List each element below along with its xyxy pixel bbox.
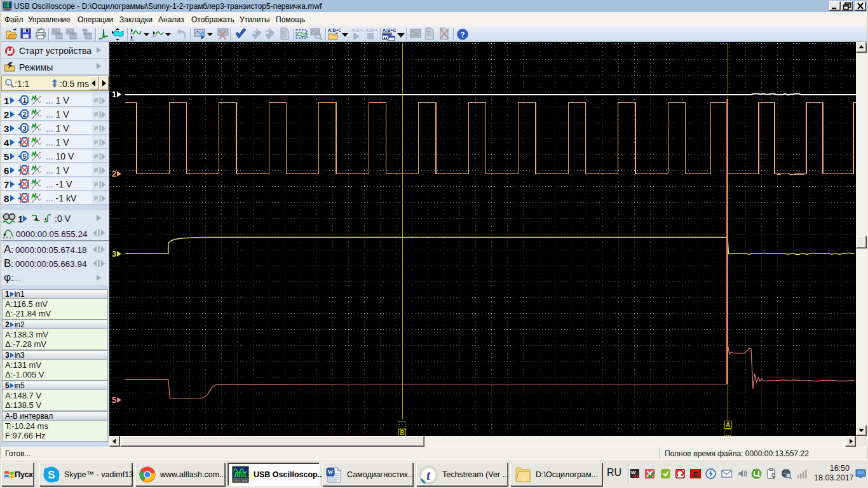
svg-text:VE: VE [633, 473, 640, 479]
svg-text:E: E [693, 470, 698, 479]
svg-text:2: 2 [112, 169, 116, 179]
svg-text:A:B+C: A:B+C [365, 28, 377, 32]
svg-text:?: ? [460, 30, 465, 39]
svg-text:A:B+C: A:B+C [328, 28, 341, 32]
svg-text:A: A [726, 421, 730, 428]
svg-text:3: 3 [112, 249, 116, 259]
svg-text:3: 3 [22, 125, 26, 132]
svg-text:2: 2 [22, 111, 26, 118]
svg-text:5: 5 [22, 152, 26, 160]
svg-text:S: S [48, 469, 55, 481]
svg-text:A:B+C: A:B+C [383, 28, 396, 32]
svg-text:5: 5 [112, 395, 116, 405]
svg-text:W: W [328, 469, 334, 475]
svg-text:1: 1 [112, 90, 116, 99]
svg-text:1: 1 [22, 97, 26, 104]
svg-text:A:B+C: A:B+C [351, 28, 363, 32]
